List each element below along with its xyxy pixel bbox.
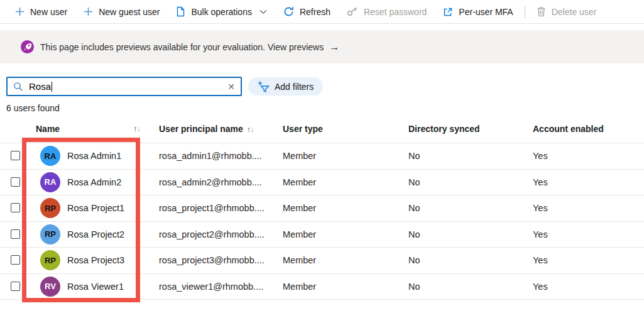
column-header-account-enabled[interactable]: Account enabled [533, 124, 604, 134]
table-row[interactable]: RV Rosa Viewer1 rosa_viewer1@rhmobb.... … [0, 274, 644, 300]
avatar: RP [40, 224, 60, 244]
account-enabled: Yes [533, 151, 548, 161]
account-enabled: Yes [533, 255, 548, 265]
column-header-name[interactable]: Name [36, 124, 60, 134]
user-principal-name: rosa_project2@rhmobb.... [159, 229, 265, 239]
directory-synced: No [408, 282, 420, 292]
row-checkbox[interactable] [11, 282, 20, 291]
new-user-button[interactable]: New user [7, 0, 75, 23]
plus-icon [15, 7, 25, 16]
table-row[interactable]: RP Rosa Project1 rosa_project1@rhmobb...… [0, 195, 644, 222]
toolbar-divider [525, 6, 525, 18]
trash-icon [537, 6, 546, 17]
column-header-directory-synced[interactable]: Directory synced [408, 124, 480, 134]
search-input[interactable]: Rosa ✕ [6, 77, 242, 96]
delete-user-button[interactable]: Delete user [528, 0, 605, 23]
view-previews-link[interactable]: View previews [268, 42, 324, 52]
results-count: 6 users found [6, 103, 60, 113]
external-link-icon [443, 7, 453, 17]
user-name-link[interactable]: Rosa Project3 [67, 255, 124, 265]
column-header-user-type[interactable]: User type [283, 124, 323, 134]
user-name-link[interactable]: Rosa Project1 [67, 203, 124, 213]
account-enabled: Yes [533, 229, 548, 239]
directory-synced: No [408, 177, 420, 187]
user-name-link[interactable]: Rosa Admin1 [67, 151, 121, 161]
user-principal-name: rosa_admin2@rhmobb.... [159, 177, 262, 187]
text-caret [52, 82, 52, 92]
sort-icons[interactable]: ↑↓ [133, 124, 140, 133]
directory-synced: No [408, 255, 420, 265]
user-principal-name: rosa_project3@rhmobb.... [159, 255, 265, 265]
row-checkbox[interactable] [11, 151, 20, 160]
user-type: Member [283, 255, 316, 265]
avatar: RA [40, 172, 60, 192]
user-type: Member [283, 203, 316, 213]
refresh-button[interactable]: Refresh [275, 0, 339, 23]
user-principal-name: rosa_project1@rhmobb.... [159, 203, 265, 213]
row-checkbox[interactable] [11, 177, 20, 187]
directory-synced: No [408, 203, 420, 213]
sort-desc-icon: ↓ [250, 124, 254, 134]
refresh-icon [283, 6, 294, 17]
row-checkbox[interactable] [11, 203, 20, 212]
table-row[interactable]: RA Rosa Admin2 rosa_admin2@rhmobb.... Me… [0, 170, 644, 196]
user-name-link[interactable]: Rosa Admin2 [67, 177, 121, 187]
column-header-upn[interactable]: User principal name↑↓ [159, 124, 254, 134]
reset-password-button[interactable]: Reset password [339, 0, 435, 23]
avatar: RV [40, 277, 60, 297]
users-list-page: New user New guest user Bulk operations … [0, 0, 644, 313]
delete-user-label: Delete user [552, 7, 597, 17]
row-checkbox[interactable] [11, 255, 20, 265]
avatar: RP [40, 198, 60, 218]
user-name-link[interactable]: Rosa Project2 [67, 229, 124, 239]
document-icon [176, 6, 185, 17]
table-row[interactable]: RA Rosa Admin1 rosa_admin1@rhmobb.... Me… [0, 143, 644, 170]
refresh-label: Refresh [300, 7, 330, 17]
upn-header-label: User principal name [159, 124, 243, 134]
key-icon [347, 7, 358, 16]
account-enabled: Yes [533, 203, 548, 213]
rocket-icon [21, 40, 34, 53]
sort-icons: ↑↓ [247, 124, 254, 134]
preview-banner: This page includes previews available fo… [0, 30, 644, 63]
search-value: Rosa [29, 81, 51, 92]
bulk-operations-label: Bulk operations [191, 7, 252, 17]
account-enabled: Yes [533, 282, 548, 292]
new-guest-user-button[interactable]: New guest user [75, 0, 168, 23]
row-checkbox[interactable] [11, 229, 20, 239]
user-principal-name: rosa_viewer1@rhmobb.... [159, 282, 263, 292]
user-type: Member [283, 177, 316, 187]
table-row[interactable]: RP Rosa Project3 rosa_project3@rhmobb...… [0, 248, 644, 274]
plus-icon [84, 7, 93, 16]
avatar: RP [40, 250, 60, 270]
directory-synced: No [408, 229, 420, 239]
arrow-right-icon[interactable]: → [329, 41, 339, 53]
user-type: Member [283, 229, 316, 239]
chevron-down-icon [259, 9, 267, 14]
search-icon [13, 82, 23, 92]
sort-desc-icon: ↓ [137, 124, 141, 133]
per-user-mfa-button[interactable]: Per-user MFA [435, 0, 521, 23]
clear-search-icon[interactable]: ✕ [227, 82, 235, 91]
add-filters-label: Add filters [275, 82, 314, 92]
directory-synced: No [408, 151, 420, 161]
user-type: Member [283, 282, 316, 292]
account-enabled: Yes [533, 177, 548, 187]
per-user-mfa-label: Per-user MFA [459, 7, 513, 17]
add-filter-icon [258, 81, 270, 92]
bulk-operations-button[interactable]: Bulk operations [168, 0, 275, 23]
avatar: RA [40, 146, 60, 166]
user-name-link[interactable]: Rosa Viewer1 [67, 282, 124, 292]
banner-message: This page includes previews available fo… [40, 42, 265, 52]
new-guest-user-label: New guest user [99, 7, 160, 17]
users-table: RA Rosa Admin1 rosa_admin1@rhmobb.... Me… [0, 143, 644, 300]
user-principal-name: rosa_admin1@rhmobb.... [159, 151, 262, 161]
new-user-label: New user [30, 7, 67, 17]
reset-password-label: Reset password [364, 7, 427, 17]
table-row[interactable]: RP Rosa Project2 rosa_project2@rhmobb...… [0, 222, 644, 248]
table-header: Name ↑↓ User principal name↑↓ User type … [0, 121, 644, 138]
add-filters-button[interactable]: Add filters [248, 77, 323, 96]
user-type: Member [283, 151, 316, 161]
command-toolbar: New user New guest user Bulk operations … [0, 0, 644, 24]
